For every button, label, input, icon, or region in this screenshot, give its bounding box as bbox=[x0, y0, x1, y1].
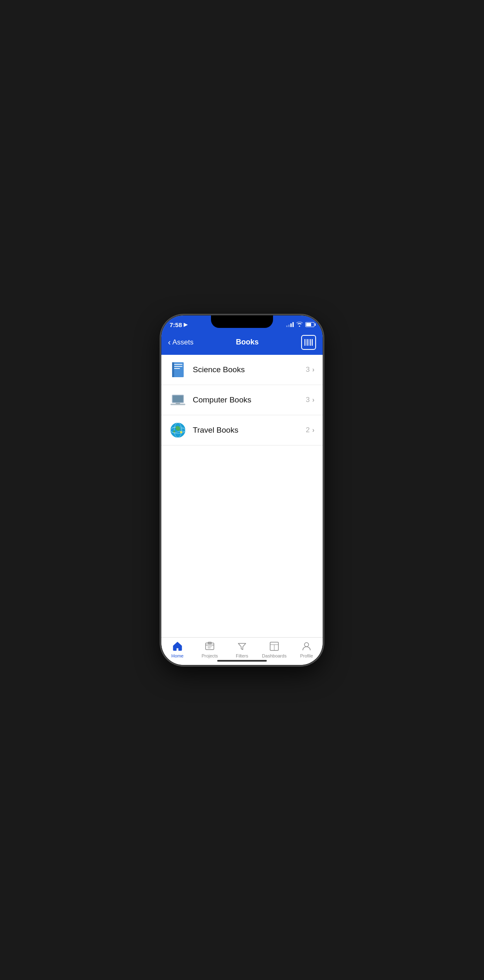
computer-books-count: 3 bbox=[306, 396, 309, 404]
svg-point-28 bbox=[304, 643, 309, 647]
barcode-button[interactable] bbox=[301, 335, 316, 350]
svg-rect-16 bbox=[176, 403, 180, 404]
time-display: 7:58 bbox=[170, 321, 182, 328]
svg-rect-5 bbox=[312, 339, 313, 346]
projects-icon bbox=[204, 641, 215, 652]
svg-rect-3 bbox=[309, 339, 309, 346]
computer-books-item[interactable]: Computer Books 3 › bbox=[161, 385, 323, 415]
nav-bar: ‹ Assets Books bbox=[161, 332, 323, 355]
phone-screen: 7:58 ▶ bbox=[161, 315, 323, 665]
tab-profile-label: Profile bbox=[300, 653, 313, 658]
globe-icon bbox=[170, 422, 186, 438]
back-button[interactable]: ‹ Assets bbox=[168, 337, 194, 347]
home-indicator bbox=[217, 660, 267, 662]
travel-books-item[interactable]: Travel Books 2 › bbox=[161, 415, 323, 445]
svg-rect-12 bbox=[172, 362, 174, 377]
notch bbox=[211, 315, 273, 328]
chevron-left-icon: ‹ bbox=[168, 337, 171, 347]
science-books-chevron: › bbox=[312, 366, 314, 373]
travel-books-icon bbox=[170, 422, 186, 438]
tab-filters[interactable]: Filters bbox=[226, 641, 258, 658]
tab-home-label: Home bbox=[171, 653, 183, 658]
wifi-icon bbox=[296, 321, 303, 328]
barcode-icon bbox=[304, 339, 313, 346]
tab-home[interactable]: Home bbox=[161, 641, 194, 658]
signal-icon bbox=[286, 322, 294, 327]
svg-rect-9 bbox=[173, 366, 182, 367]
book-document-icon bbox=[170, 361, 185, 378]
tab-filters-label: Filters bbox=[236, 653, 248, 658]
tab-dashboards-label: Dashboards bbox=[262, 653, 286, 658]
filters-icon bbox=[237, 641, 247, 652]
page-title: Books bbox=[236, 338, 259, 347]
computer-books-chevron: › bbox=[312, 396, 314, 404]
dashboards-icon bbox=[269, 641, 280, 652]
travel-books-chevron: › bbox=[312, 426, 314, 434]
tab-profile[interactable]: Profile bbox=[290, 641, 323, 658]
svg-rect-10 bbox=[173, 368, 180, 369]
home-icon bbox=[172, 641, 183, 652]
science-books-icon bbox=[170, 361, 186, 378]
svg-rect-4 bbox=[310, 339, 311, 346]
computer-books-icon bbox=[170, 392, 186, 408]
svg-rect-14 bbox=[173, 395, 183, 402]
svg-rect-2 bbox=[307, 339, 308, 346]
phone-frame: 7:58 ▶ bbox=[161, 315, 323, 665]
back-label: Assets bbox=[173, 338, 194, 347]
science-books-label: Science Books bbox=[193, 365, 306, 374]
travel-books-label: Travel Books bbox=[193, 426, 306, 435]
location-icon: ▶ bbox=[184, 322, 187, 327]
tab-projects-label: Projects bbox=[201, 653, 218, 658]
tab-projects[interactable]: Projects bbox=[194, 641, 226, 658]
science-books-item[interactable]: Science Books 3 › bbox=[161, 355, 323, 385]
svg-rect-8 bbox=[173, 364, 182, 365]
svg-rect-1 bbox=[306, 339, 307, 346]
profile-icon bbox=[301, 641, 312, 652]
battery-icon bbox=[305, 322, 314, 327]
science-books-count: 3 bbox=[306, 366, 309, 374]
content-area: Science Books 3 › Computer Books 3 › bbox=[161, 355, 323, 637]
status-time: 7:58 ▶ bbox=[170, 321, 187, 328]
svg-rect-0 bbox=[304, 339, 305, 346]
travel-books-count: 2 bbox=[306, 426, 309, 434]
computer-books-label: Computer Books bbox=[193, 395, 306, 405]
tab-dashboards[interactable]: Dashboards bbox=[258, 641, 290, 658]
laptop-icon bbox=[170, 392, 185, 408]
status-icons bbox=[286, 321, 314, 328]
